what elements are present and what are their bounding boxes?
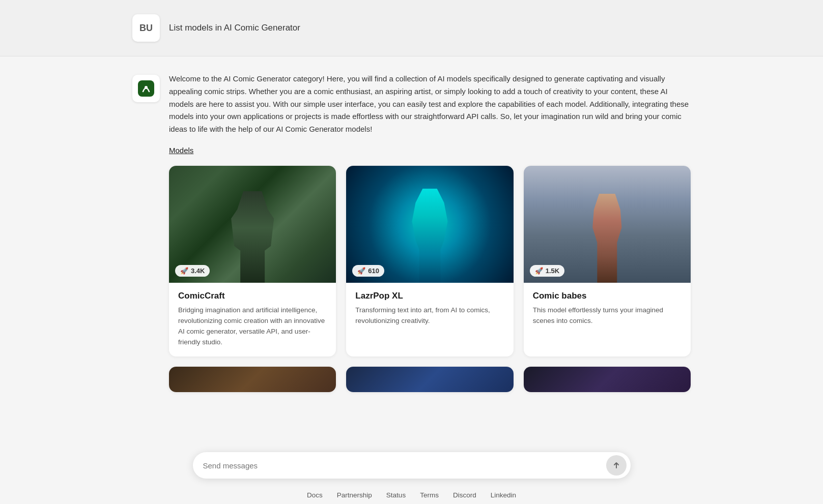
header-title: List models in AI Comic Generator bbox=[169, 23, 300, 33]
card-image-lazrpop: 🚀 610 bbox=[346, 166, 513, 283]
message-bar-wrapper bbox=[193, 452, 631, 479]
card-title-comicbabes: Comic babes bbox=[533, 291, 682, 301]
footer: Docs Partnership Status Terms Discord Li… bbox=[0, 486, 823, 504]
footer-link-discord[interactable]: Discord bbox=[453, 491, 476, 499]
card-badge-lazrpop: 🚀 610 bbox=[352, 265, 384, 277]
card-count-lazrpop: 610 bbox=[368, 267, 379, 275]
card-badge-comicbabes: 🚀 1.5K bbox=[530, 265, 564, 277]
partial-image-2 bbox=[346, 367, 513, 392]
card-title-comiccraft: ComicCraft bbox=[178, 291, 327, 301]
card-info-lazrpop: LazrPop XL Transforming text into art, f… bbox=[346, 283, 513, 336]
model-card-comiccraft[interactable]: 🚀 3.4K ComicCraft Bridging imagination a… bbox=[169, 166, 336, 357]
user-avatar: BU bbox=[132, 14, 160, 42]
message-input[interactable] bbox=[203, 461, 601, 470]
intro-text: Welcome to the AI Comic Generator catego… bbox=[169, 73, 691, 136]
response-body: Welcome to the AI Comic Generator catego… bbox=[169, 73, 691, 392]
main-content: Welcome to the AI Comic Generator catego… bbox=[0, 56, 823, 459]
message-bar bbox=[193, 452, 631, 479]
footer-link-status[interactable]: Status bbox=[386, 491, 406, 499]
send-icon bbox=[612, 461, 621, 470]
partial-card-3 bbox=[524, 367, 691, 392]
footer-link-linkedin[interactable]: Linkedin bbox=[491, 491, 516, 499]
card-count-comicbabes: 1.5K bbox=[546, 267, 559, 275]
footer-link-docs[interactable]: Docs bbox=[307, 491, 323, 499]
header-row: BU List models in AI Comic Generator bbox=[0, 0, 823, 56]
footer-link-terms[interactable]: Terms bbox=[420, 491, 439, 499]
card-info-comicbabes: Comic babes This model effortlessly turn… bbox=[524, 283, 691, 336]
partial-image-1 bbox=[169, 367, 336, 392]
model-card-lazrpop[interactable]: 🚀 610 LazrPop XL Transforming text into … bbox=[346, 166, 513, 357]
partial-card-2 bbox=[346, 367, 513, 392]
card-info-comiccraft: ComicCraft Bridging imagination and arti… bbox=[169, 283, 336, 357]
card-title-lazrpop: LazrPop XL bbox=[355, 291, 504, 301]
rocket-icon-3: 🚀 bbox=[535, 267, 543, 275]
cards-grid: 🚀 3.4K ComicCraft Bridging imagination a… bbox=[169, 166, 691, 357]
model-card-comicbabes[interactable]: 🚀 1.5K Comic babes This model effortless… bbox=[524, 166, 691, 357]
rocket-icon: 🚀 bbox=[180, 267, 188, 275]
models-link[interactable]: Models bbox=[169, 146, 193, 155]
card-image-comiccraft: 🚀 3.4K bbox=[169, 166, 336, 283]
card-desc-lazrpop: Transforming text into art, from AI to c… bbox=[355, 305, 504, 327]
cards-grid-partial bbox=[169, 367, 691, 392]
card-desc-comicbabes: This model effortlessly turns your imagi… bbox=[533, 305, 682, 327]
ai-avatar bbox=[132, 75, 160, 102]
ai-response-row: Welcome to the AI Comic Generator catego… bbox=[132, 73, 691, 392]
card-image-comicbabes: 🚀 1.5K bbox=[524, 166, 691, 283]
card-badge-comiccraft: 🚀 3.4K bbox=[175, 265, 210, 277]
rocket-icon-2: 🚀 bbox=[357, 267, 365, 275]
partial-image-3 bbox=[524, 367, 691, 392]
svg-point-1 bbox=[145, 86, 148, 89]
page-wrapper: BU List models in AI Comic Generator Wel… bbox=[0, 0, 823, 504]
card-count-comiccraft: 3.4K bbox=[191, 267, 205, 275]
footer-link-partnership[interactable]: Partnership bbox=[337, 491, 372, 499]
partial-card-1 bbox=[169, 367, 336, 392]
send-button[interactable] bbox=[606, 455, 627, 476]
card-desc-comiccraft: Bridging imagination and artificial inte… bbox=[178, 305, 327, 348]
